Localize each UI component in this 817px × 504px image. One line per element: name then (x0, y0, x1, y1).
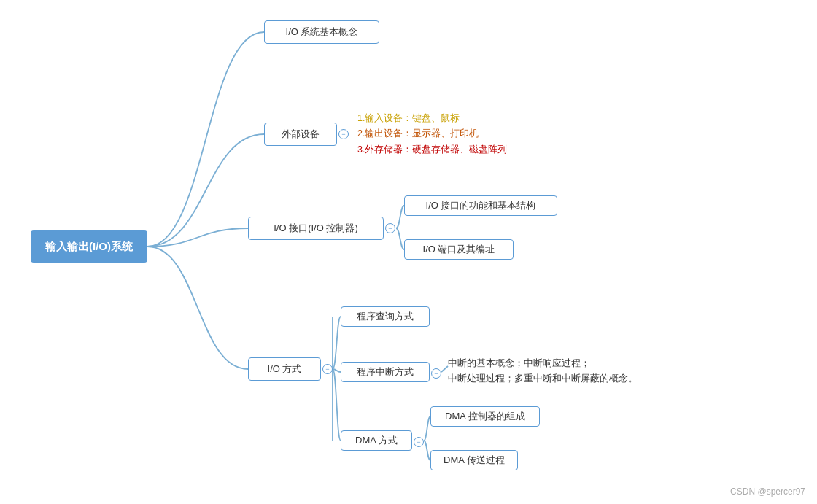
peripheral-line3: 3.外存储器：硬盘存储器、磁盘阵列 (357, 142, 507, 158)
watermark: CSDN @spercer97 (730, 486, 805, 497)
svg-line-0 (441, 366, 448, 372)
root-node: 输入输出(I/O)系统 (31, 230, 147, 263)
dma-child2: DMA 传送过程 (430, 450, 518, 470)
peripheral-detail: 1.输入设备：键盘、鼠标 2.输出设备：显示器、打印机 3.外存储器：硬盘存储器… (357, 111, 507, 158)
collapse-interface[interactable]: − (385, 223, 395, 233)
collapse-dma[interactable]: − (414, 437, 424, 447)
branch-peripheral: 外部设备 (264, 123, 337, 146)
interrupt-line1: 中断的基本概念；中断响应过程； (448, 356, 638, 371)
interrupt-detail: 中断的基本概念；中断响应过程； 中断处理过程；多重中断和中断屏蔽的概念。 (448, 356, 638, 387)
dma-child1: DMA 控制器的组成 (430, 406, 540, 427)
interface-child1: I/O 接口的功能和基本结构 (404, 195, 557, 216)
collapse-peripheral[interactable]: − (338, 129, 349, 139)
interrupt-line2: 中断处理过程；多重中断和中断屏蔽的概念。 (448, 371, 638, 387)
method-child-interrupt: 程序中断方式 (341, 362, 430, 382)
peripheral-line2: 2.输出设备：显示器、打印机 (357, 126, 507, 141)
branch-io-interface: I/O 接口(I/O 控制器) (248, 217, 384, 240)
branch-io-method: I/O 方式 (248, 357, 321, 381)
method-child-dma: DMA 方式 (341, 430, 412, 451)
collapse-method[interactable]: − (322, 364, 333, 374)
interface-child2: I/O 端口及其编址 (404, 239, 514, 260)
peripheral-line1: 1.输入设备：键盘、鼠标 (357, 111, 507, 126)
collapse-interrupt[interactable]: − (431, 368, 441, 379)
method-child-query: 程序查询方式 (341, 306, 430, 327)
branch-io-basic: I/O 系统基本概念 (264, 20, 379, 44)
